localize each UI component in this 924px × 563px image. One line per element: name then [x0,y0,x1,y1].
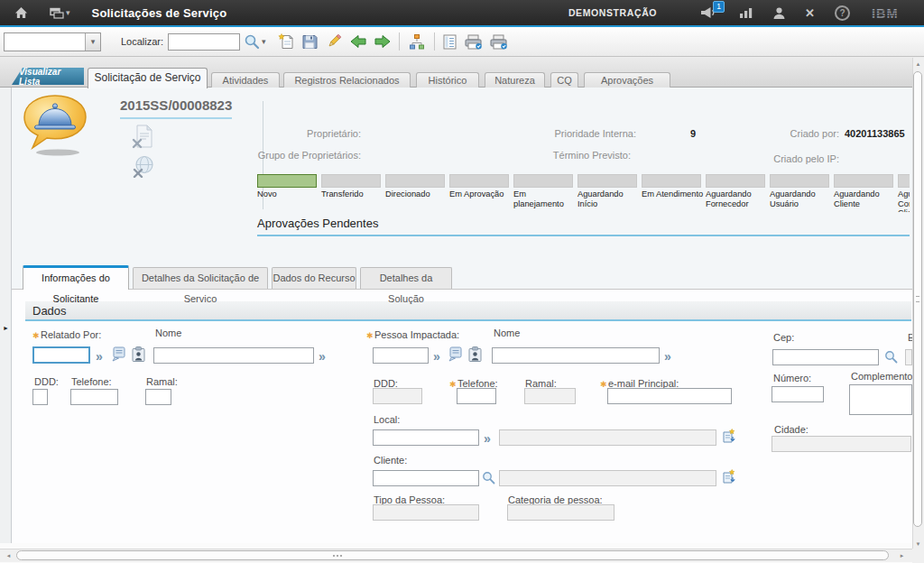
svg-text:IBM: IBM [872,6,899,20]
tab-historico[interactable]: Histórico [416,72,479,88]
complement-textarea[interactable] [849,384,912,415]
page-title: Solicitações de Serviço [92,6,227,20]
detail-menu-icon[interactable]: » [484,432,491,445]
tab-atividades[interactable]: Atividades [211,72,280,88]
subtab-informacoes-solicitante[interactable]: Informações do Solicitante [23,265,129,290]
clear-changes-icon[interactable] [326,33,342,50]
stage-label: Novo [257,189,322,199]
reported-ddd-input[interactable] [32,389,48,405]
help-icon[interactable]: ? [835,5,850,21]
clipboard-person-icon[interactable] [467,346,483,362]
subtab-detalhes-solicitacao[interactable]: Detalhes da Solicitação de Servico [133,267,268,289]
stage-box [385,174,445,188]
city-label: Cidade: [774,424,808,435]
number-label: Número: [773,373,811,383]
location-label: Local: [374,414,400,425]
subtab-dados-recurso[interactable]: Dados do Recurso [272,267,356,289]
select-value-icon[interactable] [884,350,898,364]
impacted-name-input[interactable] [492,347,660,364]
detail-menu-icon[interactable]: » [96,350,103,363]
locate-input[interactable] [168,33,240,51]
location-input[interactable] [373,429,479,446]
search-options-caret-icon[interactable]: ▾ [262,37,266,46]
tab-cq[interactable]: CQ [550,72,578,88]
print-icon[interactable] [465,34,482,50]
impacted-phone-input[interactable] [457,388,496,404]
stage-label: Aguardando Usuário [770,189,835,208]
person-details-icon[interactable] [111,346,126,362]
stage-label: Aguardando Cliente [834,189,899,208]
reported-by-input[interactable] [32,346,90,364]
detail-menu-icon[interactable]: » [433,350,440,363]
stage-box [449,174,509,188]
quick-insert-icon[interactable] [721,429,736,444]
reports-chart-icon[interactable] [740,7,753,18]
stage-aguardando-inicio: Aguardando Início [578,174,637,212]
email-input[interactable] [607,388,732,404]
long-description-unavailable-icon[interactable] [132,125,154,152]
stage-box [321,174,381,188]
number-input[interactable] [772,386,824,402]
detail-menu-icon[interactable]: » [664,350,671,363]
person-details-icon[interactable] [448,346,463,362]
impacted-ddd-input [373,388,422,404]
previous-record-icon[interactable] [350,34,366,49]
horizontal-scrollbar-thumb[interactable] [16,550,889,560]
announcements-button[interactable]: 1 [700,6,716,19]
thumb-grip [333,555,335,557]
select-value-icon[interactable] [482,471,495,485]
search-icon[interactable] [244,33,260,50]
stage-label: Direcionado [385,189,450,199]
locate-label: Localizar: [121,36,163,47]
globe-unavailable-icon[interactable] [132,155,154,181]
tab-natureza[interactable]: Natureza [485,72,545,88]
workflow-route-icon[interactable] [408,34,426,50]
queries-combobox[interactable]: ▾ [4,32,101,51]
tab-registros-relacionados[interactable]: Registros Relacionados [283,72,411,88]
scroll-up-icon[interactable]: ▲ [913,59,923,69]
stage-aguardando-fornecedor: Aguardando Fornecedor [706,174,765,212]
cep-input[interactable] [772,349,879,365]
tab-aprovacoes[interactable]: Aprovações [584,72,670,88]
reports-list-icon[interactable] [443,34,457,50]
stage-label: Aguardando Confirmação Cliente [898,189,910,212]
combobox-caret-icon[interactable]: ▾ [85,33,100,51]
scroll-right-icon[interactable]: ▸ [896,550,908,560]
internal-priority-label: Prioridade Interna: [532,128,636,139]
stage-aguardando-usuario: Aguardando Usuário [770,174,829,212]
sign-out-icon[interactable]: ✕ [805,6,815,20]
reported-phone-input[interactable] [70,389,118,405]
reported-ext-input[interactable] [145,389,171,405]
stage-novo: Novo [257,174,317,212]
profile-person-icon[interactable] [773,7,785,19]
scroll-down-icon[interactable]: ▼ [913,539,923,549]
print-with-attachments-icon[interactable] [490,34,507,50]
tab-solicitacao-de-servico[interactable]: Solicitação de Serviço [88,68,208,88]
view-list-button[interactable]: Visualizar Lista [12,68,84,85]
subtab-detalhes-solucao[interactable]: Detalhes da Solução [360,267,452,289]
owner-group-label: Grupo de Proprietários: [244,150,361,161]
app-switcher-icon[interactable] [50,7,64,19]
next-record-icon[interactable] [374,34,391,49]
quick-insert-icon[interactable] [721,469,736,485]
top-bar: ▾ Solicitações de Serviço DEMONSTRAÇÃO 1… [0,0,924,25]
save-icon[interactable] [302,34,318,50]
impacted-ext-input [524,388,576,404]
vertical-scrollbar-thumb[interactable] [913,71,922,527]
notification-badge: 1 [713,1,725,13]
client-input[interactable] [373,470,479,486]
toolbar-separator [434,32,435,51]
app-switcher-caret-icon[interactable]: ▾ [66,8,70,17]
reported-name-input[interactable] [153,347,314,364]
home-icon[interactable] [14,6,28,19]
new-record-icon[interactable] [278,33,294,50]
impacted-person-input[interactable] [373,347,429,364]
scroll-left-icon[interactable]: ◂ [3,550,14,560]
stage-aguardando-cliente: Aguardando Cliente [834,174,893,212]
clipboard-person-icon[interactable] [131,346,146,362]
stage-label: Em planejamento [513,189,578,208]
detail-menu-icon[interactable]: » [319,350,326,363]
collapsed-side-panel[interactable] [0,88,12,543]
stage-em-atendimento: Em Atendimento [642,174,701,212]
expand-panel-icon[interactable]: ► [3,325,9,331]
